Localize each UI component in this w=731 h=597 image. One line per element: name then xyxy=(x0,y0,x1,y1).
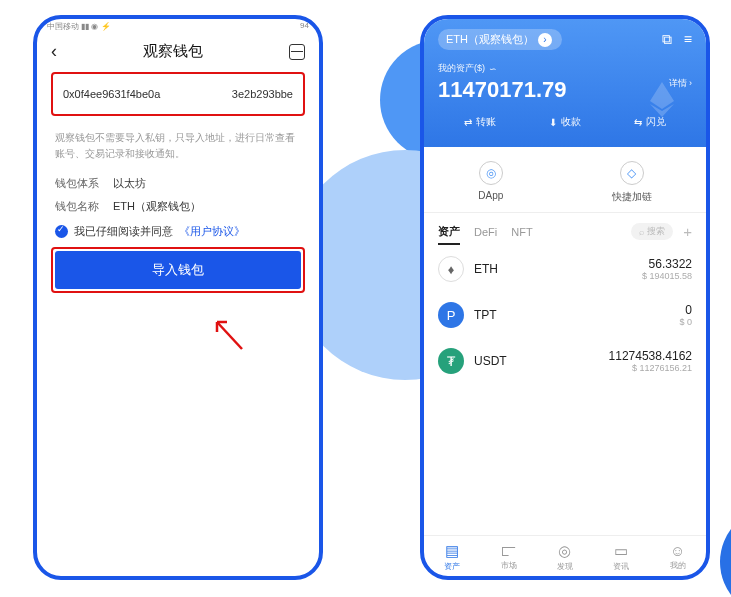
agreement-text: 我已仔细阅读并同意 xyxy=(74,224,173,239)
user-icon: ☺ xyxy=(670,542,685,559)
token-amount: 56.3322 xyxy=(642,257,692,271)
status-right: 94 xyxy=(300,21,309,35)
nav-mine[interactable]: ☺ 我的 xyxy=(670,542,686,572)
nav-market[interactable]: ⫍ 市场 xyxy=(501,542,517,572)
nav-discover[interactable]: ◎ 发现 xyxy=(557,542,573,572)
receive-label: 收款 xyxy=(561,115,581,129)
token-row-usdt[interactable]: ₮ USDT 11274538.4162 $ 11276156.21 xyxy=(424,338,706,384)
annotation-arrow-icon xyxy=(207,314,247,354)
agreement-row[interactable]: 我已仔细阅读并同意 《用户协议》 xyxy=(55,224,301,239)
token-search[interactable]: ⌕ 搜索 xyxy=(631,223,673,240)
wallet-system-label: 钱包体系 xyxy=(55,176,99,191)
token-fiat: $ 194015.58 xyxy=(642,271,692,281)
watch-wallet-description: 观察钱包不需要导入私钥，只导入地址，进行日常查看账号、交易记录和接收通知。 xyxy=(55,130,301,162)
tab-assets[interactable]: 资产 xyxy=(438,224,460,239)
token-fiat: $ 0 xyxy=(679,317,692,327)
search-icon: ⌕ xyxy=(639,227,644,237)
wallet-name-label: 钱包名称 xyxy=(55,199,99,214)
eye-icon[interactable]: ∽ xyxy=(489,64,497,74)
asset-label-row: 我的资产($) ∽ xyxy=(438,62,692,75)
wallet-system-value: 以太坊 xyxy=(113,176,146,191)
address-input-box[interactable]: 0x0f4ee9631f4be0a 3e2b293bbe xyxy=(51,72,305,116)
import-wallet-button[interactable]: 导入钱包 xyxy=(55,251,301,289)
swap-button[interactable]: ⇆ 闪兑 xyxy=(634,115,666,129)
token-amount: 0 xyxy=(679,303,692,317)
asset-tabs-row: 资产 DeFi NFT ⌕ 搜索 + xyxy=(424,213,706,246)
wallet-selector-label: ETH（观察钱包） xyxy=(446,32,534,47)
address-suffix: 3e2b293bbe xyxy=(232,88,293,100)
token-fiat: $ 11276156.21 xyxy=(609,363,692,373)
chain-icon: ◇ xyxy=(620,161,644,185)
receive-icon: ⬇ xyxy=(549,117,557,128)
wallet-icon: ▤ xyxy=(445,542,459,560)
eth-icon: ♦ xyxy=(438,256,464,282)
token-symbol: USDT xyxy=(474,354,507,368)
wallet-name-value: ETH（观察钱包） xyxy=(113,199,201,214)
back-icon[interactable]: ‹ xyxy=(51,41,57,62)
transfer-icon: ⇄ xyxy=(464,117,472,128)
header-top-row: ETH（观察钱包） › ⧉ ≡ xyxy=(438,29,692,50)
camera-icon[interactable]: ⧉ xyxy=(662,31,672,48)
token-amount: 11274538.4162 xyxy=(609,349,692,363)
token-symbol: ETH xyxy=(474,262,498,276)
wallet-selector-chip[interactable]: ETH（观察钱包） › xyxy=(438,29,562,50)
quick-actions-row: ◎ DApp ◇ 快捷加链 xyxy=(424,147,706,213)
asset-label: 我的资产($) xyxy=(438,62,485,75)
scan-icon[interactable] xyxy=(289,44,305,60)
phone-left-frame: 中国移动 ▮▮ ◉ ⚡ 94 ‹ 观察钱包 0x0f4ee9631f4be0a … xyxy=(33,15,323,580)
tab-nft[interactable]: NFT xyxy=(511,226,532,238)
nav-news-label: 资讯 xyxy=(613,561,629,572)
nav-assets[interactable]: ▤ 资产 xyxy=(444,542,460,572)
bottom-nav: ▤ 资产 ⫍ 市场 ◎ 发现 ▭ 资讯 ☺ 我的 xyxy=(424,535,706,576)
swap-icon: ⇆ xyxy=(634,117,642,128)
usdt-icon: ₮ xyxy=(438,348,464,374)
tab-defi[interactable]: DeFi xyxy=(474,226,497,238)
token-row-tpt[interactable]: P TPT 0 $ 0 xyxy=(424,292,706,338)
receive-button[interactable]: ⬇ 收款 xyxy=(549,115,581,129)
wallet-header: ETH（观察钱包） › ⧉ ≡ 我的资产($) ∽ 11470171.79 详情… xyxy=(424,19,706,147)
swap-label: 闪兑 xyxy=(646,115,666,129)
page-title: 观察钱包 xyxy=(143,42,203,61)
token-symbol: TPT xyxy=(474,308,497,322)
import-button-highlight: 导入钱包 xyxy=(51,247,305,293)
dapp-button[interactable]: ◎ DApp xyxy=(478,161,503,204)
add-token-button[interactable]: + xyxy=(683,223,692,240)
add-chain-label: 快捷加链 xyxy=(612,190,652,204)
news-icon: ▭ xyxy=(614,542,628,560)
nav-news[interactable]: ▭ 资讯 xyxy=(613,542,629,572)
menu-icon[interactable]: ≡ xyxy=(684,31,692,48)
compass-nav-icon: ◎ xyxy=(558,542,571,560)
nav-mine-label: 我的 xyxy=(670,560,686,571)
header-action-row: ⇄ 转账 ⬇ 收款 ⇆ 闪兑 xyxy=(438,115,692,129)
transfer-label: 转账 xyxy=(476,115,496,129)
search-placeholder: 搜索 xyxy=(647,225,665,238)
nav-market-label: 市场 xyxy=(501,560,517,571)
chart-icon: ⫍ xyxy=(501,542,516,559)
dapp-label: DApp xyxy=(478,190,503,201)
title-bar: ‹ 观察钱包 xyxy=(37,35,319,72)
compass-icon: ◎ xyxy=(479,161,503,185)
agreement-checkbox-icon[interactable] xyxy=(55,225,68,238)
chevron-right-icon: › xyxy=(538,33,552,47)
wallet-name-row: 钱包名称 ETH（观察钱包） xyxy=(55,199,301,214)
add-chain-button[interactable]: ◇ 快捷加链 xyxy=(612,161,652,204)
nav-assets-label: 资产 xyxy=(444,561,460,572)
status-signal: 中国移动 ▮▮ ◉ ⚡ xyxy=(47,21,111,35)
address-prefix: 0x0f4ee9631f4be0a xyxy=(63,88,160,100)
status-bar: 中国移动 ▮▮ ◉ ⚡ 94 xyxy=(37,19,319,35)
nav-discover-label: 发现 xyxy=(557,561,573,572)
tpt-icon: P xyxy=(438,302,464,328)
phone-right-frame: ETH（观察钱包） › ⧉ ≡ 我的资产($) ∽ 11470171.79 详情… xyxy=(420,15,710,580)
wallet-system-row: 钱包体系 以太坊 xyxy=(55,176,301,191)
token-row-eth[interactable]: ♦ ETH 56.3322 $ 194015.58 xyxy=(424,246,706,292)
transfer-button[interactable]: ⇄ 转账 xyxy=(464,115,496,129)
agreement-link[interactable]: 《用户协议》 xyxy=(179,224,245,239)
